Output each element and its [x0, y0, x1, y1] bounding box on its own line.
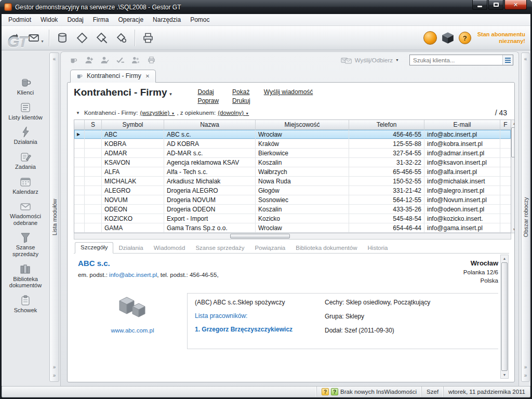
- scroll-up-icon[interactable]: ▲: [503, 255, 507, 262]
- cube-icon[interactable]: [441, 31, 455, 45]
- table-row[interactable]: ▶ KSAVON Agencja reklamowa KSAV Koszalin…: [74, 158, 511, 167]
- filter-all-dropdown[interactable]: (wszystkie) ▼: [140, 110, 175, 116]
- menu-item[interactable]: Dodaj: [62, 15, 88, 25]
- assign-caretaker-button[interactable]: [129, 54, 142, 66]
- detail-tab[interactable]: Biblioteka dokumentów: [290, 243, 362, 254]
- header-telefon[interactable]: Telefon: [349, 120, 424, 129]
- detail-tab[interactable]: Wiadomośd: [149, 243, 191, 254]
- chevron-right-icon[interactable]: »: [522, 364, 529, 370]
- table-row[interactable]: ▶ KOZICKO Export - Import Kozicko 545-48…: [74, 214, 511, 223]
- database-button[interactable]: [53, 28, 72, 48]
- sidebar-item-zadania[interactable]: Zadania: [3, 149, 48, 172]
- sidebar-item-dzialania[interactable]: Działania: [3, 124, 48, 148]
- tab-close-icon[interactable]: ✕: [145, 73, 150, 79]
- chevron-left-icon[interactable]: «: [522, 56, 529, 62]
- cell-miejscowosc: Koszalin: [256, 158, 349, 167]
- table-row[interactable]: ▶ NOVUM Drogeria NOVUM Sosnowiec 564-12-…: [74, 195, 511, 205]
- vscroll-thumb[interactable]: [511, 127, 514, 157]
- minimize-button[interactable]: [472, 0, 487, 10]
- detail-tab[interactable]: Działania: [113, 243, 148, 254]
- title-bar[interactable]: Gestor demonstracyjny na serwerze .\SQL2…: [0, 0, 532, 14]
- company-name-link[interactable]: ABC s.c.: [78, 259, 219, 268]
- scroll-up-icon[interactable]: ▲: [513, 120, 514, 127]
- item-options-button[interactable]: [112, 28, 131, 48]
- chevron-right-icon[interactable]: »: [522, 373, 529, 378]
- print-button[interactable]: [139, 28, 157, 48]
- table-row[interactable]: ▶ GAMA Gama Trans Sp.z o.o. Wrocław 654-…: [74, 223, 511, 233]
- filter-collapse-icon[interactable]: ▼: [74, 110, 82, 116]
- scroll-down-icon[interactable]: ▼: [513, 226, 514, 233]
- client-tasks-button[interactable]: [114, 54, 126, 66]
- sidebar-item-szanse-sprzedazy[interactable]: Szanse sprzedaży: [3, 229, 48, 259]
- subscription-status[interactable]: Stan abonamentu nieznany!: [477, 31, 525, 45]
- header-symbol[interactable]: Symbol: [102, 120, 164, 129]
- table-vertical-scrollbar[interactable]: ▲ ▼: [511, 119, 514, 233]
- detail-scrollbar[interactable]: ▲ ▼: [500, 255, 509, 379]
- sidebar-item-wiadomosci-odebrane[interactable]: Wiadomości odebrane: [3, 198, 48, 228]
- filter-caretaker-dropdown[interactable]: (dowolny) ▼: [218, 110, 249, 116]
- hscroll-thumb[interactable]: [230, 234, 290, 238]
- detail-tab[interactable]: Szanse sprzedaży: [190, 243, 249, 254]
- sidebar-item-listy-klientow[interactable]: Listy klientów: [3, 99, 48, 123]
- menu-item[interactable]: Pomoc: [185, 15, 214, 25]
- module-mug-button[interactable]: [67, 54, 79, 66]
- chevron-right-icon[interactable]: »: [50, 373, 59, 378]
- email-link[interactable]: info@abc.insert.pl: [109, 272, 157, 278]
- chevron-left-icon[interactable]: «: [50, 56, 59, 62]
- insert-sphere-icon[interactable]: [423, 31, 437, 45]
- sidebar-item-klienci[interactable]: Klienci: [3, 74, 48, 98]
- action-popraw[interactable]: Popraw: [197, 97, 219, 106]
- sidebar-item-biblioteka-dokumentow[interactable]: Biblioteka dokumentów: [3, 261, 48, 291]
- workspace-strip[interactable]: « Obszar roboczy » »: [521, 52, 530, 382]
- header-miejscowosc[interactable]: Miejscowość: [256, 120, 349, 129]
- table-row[interactable]: ▶ MICHALAK Arkadiusz Michalak Nowa Ruda …: [74, 177, 511, 186]
- table-row[interactable]: ▶ ALEGRO Drogeria ALEGRO Głogów 331-21-4…: [74, 186, 511, 195]
- menu-item[interactable]: Narzędzia: [148, 15, 185, 25]
- new-item-button[interactable]: [73, 28, 91, 48]
- mail-button[interactable]: ▼: [26, 28, 45, 48]
- website-link[interactable]: www.abc.com.pl: [111, 327, 154, 334]
- page-title[interactable]: Kontrahenci - Firmy▼: [74, 87, 172, 98]
- help-button[interactable]: ?: [459, 32, 471, 44]
- edit-item-button[interactable]: [92, 28, 111, 48]
- table-horizontal-scrollbar[interactable]: [74, 233, 511, 240]
- action-pokaz[interactable]: Pokaż: [232, 88, 250, 97]
- table-row[interactable]: ▶ ALFA Alfa - Tech s.c. Wałbrzych 65-456…: [74, 167, 511, 177]
- header-f[interactable]: F: [500, 120, 511, 129]
- search-input[interactable]: [410, 57, 502, 63]
- chevron-right-icon[interactable]: »: [50, 364, 59, 370]
- detail-tab[interactable]: Historia: [363, 243, 393, 254]
- send-receive-button[interactable]: Wyślij/Odbierz ▼: [341, 56, 399, 64]
- detail-tab[interactable]: Szczegóły: [75, 242, 113, 254]
- table-row[interactable]: ▶ ODEON Drogeria ODEON Koszalin 433-35-2…: [74, 205, 511, 214]
- sidebar-item-kalendarz[interactable]: Kalendarz: [3, 174, 48, 197]
- menu-item[interactable]: Podmiot: [4, 15, 36, 25]
- print-list-button[interactable]: [145, 54, 157, 66]
- sidebar-item-schowek[interactable]: Schowek: [3, 292, 48, 316]
- edit-client-button[interactable]: [98, 54, 111, 66]
- close-button[interactable]: ✕: [504, 0, 527, 10]
- table-row[interactable]: ▶ ABC ABC s.c. Wrocław 456-46-55 info@ab…: [74, 130, 511, 139]
- table-row[interactable]: ▶ ADMAR AD-MAR s.c. Bierkowice 327-54-55…: [74, 149, 511, 158]
- menu-item[interactable]: Operacje: [113, 15, 148, 25]
- scroll-down-icon[interactable]: ▼: [503, 371, 507, 378]
- header-s[interactable]: S: [85, 120, 102, 129]
- action-wyslij-wiadomosc[interactable]: Wyślij wiadomość: [264, 88, 313, 97]
- action-drukuj[interactable]: Drukuj: [232, 97, 250, 106]
- help-status-icon[interactable]: ?: [322, 388, 329, 395]
- tab-kontrahenci-firmy[interactable]: Kontrahenci - Firmy ✕: [70, 70, 156, 83]
- menu-item[interactable]: Firma: [88, 15, 114, 25]
- info-status-icon[interactable]: ?: [331, 388, 338, 395]
- detail-scroll-thumb[interactable]: [501, 262, 508, 371]
- maximize-button[interactable]: [488, 0, 503, 10]
- action-dodaj[interactable]: Dodaj: [197, 88, 219, 97]
- search-list-icon[interactable]: [502, 55, 513, 65]
- menu-item[interactable]: Widok: [36, 15, 62, 25]
- detail-tab[interactable]: Powiązania: [249, 243, 290, 254]
- table-row[interactable]: ▶ KOBRA AD KOBRA Kraków 125-55-88 info@k…: [74, 139, 511, 149]
- employee-link[interactable]: 1. Grzegorz Brzęczyszczykiewicz: [195, 326, 325, 333]
- header-email[interactable]: E-mail: [424, 120, 500, 129]
- header-nazwa[interactable]: Nazwa: [164, 120, 256, 129]
- module-list-strip[interactable]: « Lista modułów » »: [49, 52, 59, 382]
- add-client-button[interactable]: [83, 54, 95, 66]
